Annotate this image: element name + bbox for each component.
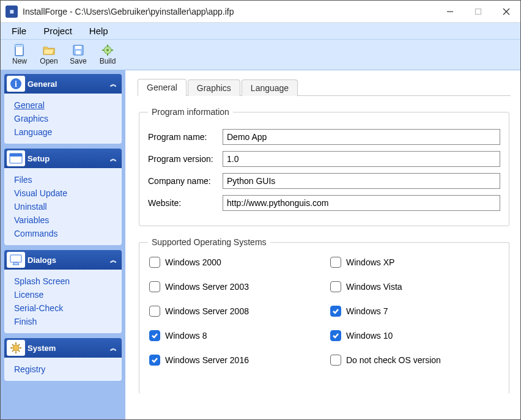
svg-rect-5 — [75, 46, 81, 49]
tabs: General Graphics Language — [138, 78, 511, 96]
gear-run-icon — [101, 43, 114, 57]
os-checkbox-6[interactable]: Windows 8 — [149, 330, 318, 341]
sidebar-header-dialogs[interactable]: Dialogs ︽ — [4, 250, 122, 270]
menu-file[interactable]: File — [3, 23, 35, 39]
sidebar-item-license[interactable]: License — [14, 288, 122, 301]
new-button[interactable]: New — [6, 40, 34, 68]
os-checkbox-label: Windows Server 2008 — [165, 306, 249, 316]
checkbox-icon — [330, 330, 341, 341]
svg-line-25 — [18, 344, 20, 345]
app-icon: ■ — [6, 6, 18, 18]
svg-line-26 — [12, 350, 13, 352]
os-checkbox-9[interactable]: Do not check OS version — [330, 355, 499, 366]
os-checkbox-3[interactable]: Windows Vista — [330, 281, 499, 292]
os-checkbox-2[interactable]: Windows Server 2003 — [149, 281, 318, 292]
build-button[interactable]: Build — [94, 40, 122, 68]
group-supported-os: Supported Operating Systems Windows 2000… — [139, 237, 509, 394]
sidebar-header-system[interactable]: System ︽ — [4, 338, 122, 358]
os-checkbox-label: Do not check OS version — [346, 355, 441, 365]
input-program-name[interactable] — [223, 129, 500, 145]
close-button[interactable] — [492, 1, 520, 23]
os-checkbox-1[interactable]: Windows XP — [330, 257, 499, 268]
input-program-version[interactable] — [223, 151, 500, 167]
menubar: File Project Help — [1, 23, 520, 40]
sidebar-item-variables[interactable]: Variables — [14, 213, 122, 227]
input-company-name[interactable] — [223, 173, 500, 189]
os-checkbox-5[interactable]: Windows 7 — [330, 306, 499, 317]
sidebar-title-system: System — [28, 344, 56, 353]
sidebar-item-files[interactable]: Files — [14, 173, 122, 186]
os-checkbox-label: Windows 7 — [346, 306, 388, 316]
menu-project[interactable]: Project — [35, 23, 81, 39]
row-program-version: Program version: — [148, 151, 500, 167]
os-checkbox-0[interactable]: Windows 2000 — [149, 257, 318, 268]
os-checkbox-label: Windows XP — [346, 257, 394, 267]
sidebar-section-system: System ︽ Registry — [4, 338, 122, 381]
titlebar: ■ InstallForge - C:\Users\Gebruiker\pyin… — [1, 1, 520, 23]
svg-line-23 — [12, 344, 13, 345]
sidebar: i General ︽ General Graphics Language Se… — [1, 70, 125, 419]
main-area: i General ︽ General Graphics Language Se… — [1, 70, 520, 419]
file-new-icon — [13, 43, 26, 57]
checkbox-icon — [330, 257, 341, 268]
checkbox-icon — [330, 306, 341, 317]
content: General Graphics Language Program inform… — [125, 70, 520, 419]
svg-point-18 — [13, 345, 19, 351]
maximize-button[interactable] — [464, 1, 492, 23]
sidebar-section-general: i General ︽ General Graphics Language — [4, 74, 122, 144]
sidebar-header-setup[interactable]: Setup ︽ — [4, 149, 122, 168]
checkbox-icon — [149, 330, 160, 341]
os-checkbox-4[interactable]: Windows Server 2008 — [149, 306, 318, 317]
os-checkbox-label: Windows Server 2016 — [165, 355, 249, 365]
new-label: New — [12, 57, 27, 65]
tab-language[interactable]: Language — [242, 79, 298, 96]
sidebar-body-general: General Graphics Language — [4, 94, 122, 144]
sidebar-header-general[interactable]: i General ︽ — [4, 74, 122, 94]
sidebar-item-language[interactable]: Language — [14, 125, 122, 139]
chevron-down-icon: ︽ — [110, 79, 117, 89]
open-button[interactable]: Open — [35, 40, 63, 68]
os-checkbox-label: Windows 10 — [346, 331, 393, 341]
save-button[interactable]: Save — [64, 40, 92, 68]
sidebar-body-dialogs: Splash Screen License Serial-Check Finis… — [4, 270, 122, 333]
minimize-button[interactable] — [436, 1, 464, 23]
sidebar-item-finish[interactable]: Finish — [14, 315, 122, 328]
checkbox-icon — [149, 281, 160, 292]
toolbar: New Open Save Build — [1, 40, 520, 70]
sidebar-item-serial[interactable]: Serial-Check — [14, 301, 122, 315]
sidebar-item-graphics[interactable]: Graphics — [14, 112, 122, 125]
sidebar-title-dialogs: Dialogs — [28, 256, 56, 265]
folder-open-icon — [42, 43, 56, 57]
save-label: Save — [70, 57, 86, 65]
svg-rect-1 — [476, 9, 481, 14]
os-checkbox-8[interactable]: Windows Server 2016 — [149, 355, 318, 366]
checkbox-icon — [330, 355, 341, 366]
window-icon — [7, 150, 25, 166]
gear-icon — [7, 340, 25, 356]
sidebar-section-setup: Setup ︽ Files Visual Update Uninstall Va… — [4, 149, 122, 245]
sidebar-item-uninstall[interactable]: Uninstall — [14, 200, 122, 213]
label-program-name: Program name: — [148, 132, 223, 142]
sidebar-item-general[interactable]: General — [14, 98, 122, 112]
build-label: Build — [100, 57, 116, 65]
save-icon — [72, 43, 85, 57]
svg-text:i: i — [15, 79, 17, 89]
svg-line-24 — [18, 350, 20, 352]
tab-general[interactable]: General — [138, 79, 187, 96]
chevron-down-icon: ︽ — [110, 344, 117, 353]
sidebar-item-visualupdate[interactable]: Visual Update — [14, 186, 122, 200]
sidebar-item-commands[interactable]: Commands — [14, 227, 122, 240]
os-checkbox-7[interactable]: Windows 10 — [330, 330, 499, 341]
tab-graphics[interactable]: Graphics — [188, 79, 240, 96]
row-website: Website: — [148, 195, 500, 211]
legend-program-info: Program information — [148, 107, 233, 117]
menu-help[interactable]: Help — [81, 23, 117, 39]
sidebar-item-splash[interactable]: Splash Screen — [14, 274, 122, 288]
input-website[interactable] — [223, 195, 500, 211]
checkbox-icon — [149, 306, 160, 317]
chevron-down-icon: ︽ — [110, 256, 117, 265]
sidebar-item-registry[interactable]: Registry — [14, 363, 122, 376]
label-website: Website: — [148, 198, 223, 208]
os-checkbox-label: Windows Server 2003 — [165, 282, 249, 292]
os-checkbox-label: Windows 2000 — [165, 257, 221, 267]
